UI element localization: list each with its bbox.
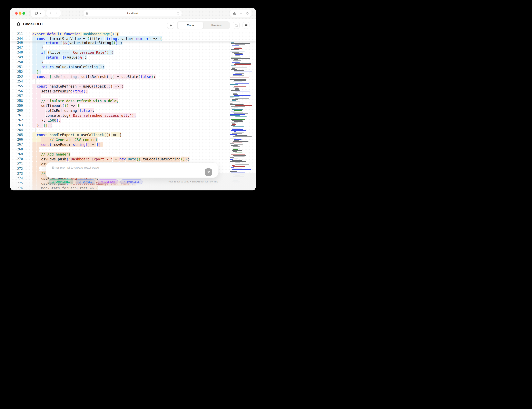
forward-button[interactable] (55, 12, 58, 15)
line-number: 250 (10, 60, 23, 65)
prompt-box (46, 162, 218, 178)
prompt-input[interactable] (51, 165, 206, 175)
app-title: CodeCRDT (23, 22, 43, 26)
line-number: 270 (10, 157, 23, 162)
line-number: 265 (10, 133, 23, 138)
code-line[interactable]: 248 if (title === 'Conversion Rate') { (10, 50, 256, 55)
code-line[interactable]: 253 const [isRefreshing, setIsRefreshing… (10, 74, 256, 79)
line-number: 248 (10, 50, 23, 55)
line-number: 271 (10, 162, 23, 167)
code-line[interactable]: 250 } (10, 60, 256, 65)
code-line[interactable]: 265 const handleExport = useCallback(() … (10, 133, 256, 138)
line-number: 211 (10, 32, 23, 37)
reload-icon[interactable] (177, 12, 179, 15)
menu-button[interactable] (243, 22, 250, 29)
desktop: localhost (0, 0, 266, 204)
minimize-window-button[interactable] (19, 12, 21, 15)
view-switcher: Code Preview (177, 21, 230, 29)
sidebar-toggle-button[interactable] (31, 10, 45, 17)
prompt-hint: Press Enter to send • Shift+Enter for ne… (167, 180, 218, 183)
line-number: 247 (10, 45, 23, 50)
code-line[interactable]: 211export default function DashboardPage… (10, 32, 256, 37)
nav-buttons (46, 10, 61, 17)
browser-actions (230, 10, 252, 17)
tab-preview[interactable]: Preview (204, 22, 229, 29)
line-number: 269 (10, 152, 23, 157)
users-icon (101, 180, 103, 183)
code-line[interactable]: 254 (10, 79, 256, 84)
share-icon[interactable] (233, 12, 236, 15)
shield-check-icon (79, 180, 81, 183)
code-line[interactable]: 255 const handleRefresh = useCallback(()… (10, 84, 256, 89)
code-line[interactable]: 264 (10, 128, 256, 133)
code-line[interactable]: 267 const csvRows: string[] = []; (10, 142, 256, 147)
new-tab-icon[interactable] (239, 12, 243, 15)
app-brand: CodeCRDT (16, 22, 43, 26)
sync-refresh-button[interactable] (233, 22, 240, 29)
sticky-context-lines: 211export default function DashboardPage… (10, 32, 256, 41)
line-number: 244 (10, 37, 23, 41)
code-line[interactable]: 262 }, 1500); (10, 118, 256, 123)
address-bar[interactable]: localhost (84, 10, 182, 17)
status-badge-1-client: 1 CLIENT (98, 179, 118, 184)
line-number: 253 (10, 74, 23, 79)
line-number: 260 (10, 108, 23, 113)
code-line[interactable]: 268 (10, 147, 256, 152)
app-header: CodeCRDT Code Preview (10, 19, 256, 32)
send-button[interactable] (205, 168, 212, 176)
new-file-button[interactable] (167, 22, 174, 29)
code-line[interactable]: 258 // Simulate data refresh with a dela… (10, 99, 256, 103)
code-line[interactable]: 256 setIsRefreshing(true); (10, 89, 256, 94)
code-line[interactable]: 251 return value.toLocaleString(); (10, 65, 256, 70)
line-number: 263 (10, 123, 23, 128)
line-number: 262 (10, 118, 23, 123)
back-button[interactable] (49, 12, 52, 15)
line-number: 249 (10, 55, 23, 60)
status-badges: CONNECTEDSYNCED1 CLIENTPARALLEL (49, 179, 142, 184)
code-line[interactable]: 257 (10, 94, 256, 99)
line-number: 256 (10, 89, 23, 94)
code-line[interactable]: 270 csvRows.push('Dashboard Export - ' +… (10, 157, 256, 162)
line-number: 259 (10, 103, 23, 108)
code-line[interactable]: 247 } (10, 45, 256, 50)
code-line[interactable]: 261 console.log('Data refreshed successf… (10, 113, 256, 118)
line-number: 272 (10, 167, 23, 171)
reader-icon[interactable] (86, 12, 89, 15)
code-line[interactable]: 260 setIsRefreshing(false); (10, 108, 256, 113)
code-line[interactable]: 259 setTimeout(() => { (10, 103, 256, 108)
line-number: 257 (10, 94, 23, 99)
layers-icon (16, 22, 21, 26)
url-text: localhost (89, 12, 177, 15)
code-line[interactable]: 252 }; (10, 70, 256, 74)
tab-overview-icon[interactable] (246, 12, 249, 15)
code-line[interactable]: 266 // Generate CSV content (10, 137, 256, 142)
status-badge-label: PARALLEL (127, 181, 140, 183)
line-number: 268 (10, 147, 23, 152)
code-line[interactable]: 263 }, []); (10, 123, 256, 128)
split-arrows-icon (123, 180, 126, 183)
code-line[interactable]: 244 const formatStatValue = (title: stri… (10, 37, 256, 41)
line-number: 255 (10, 84, 23, 89)
code-line[interactable]: 249 return `${value}%`; (10, 55, 256, 60)
browser-toolbar: localhost (10, 8, 256, 19)
line-number: 251 (10, 65, 23, 70)
zoom-window-button[interactable] (22, 12, 25, 15)
status-badge-connected: CONNECTED (49, 179, 73, 184)
line-number: 252 (10, 70, 23, 74)
status-badge-label: 1 CLIENT (104, 181, 115, 183)
line-number: 267 (10, 142, 23, 147)
chevron-down-icon (39, 12, 41, 15)
line-number: 264 (10, 128, 23, 133)
sidebar-icon (34, 11, 38, 15)
line-number: 254 (10, 79, 23, 84)
line-number: 261 (10, 113, 23, 118)
check-circle-icon (52, 180, 54, 183)
status-badge-label: SYNCED (83, 181, 92, 183)
status-badge-parallel: PARALLEL (121, 179, 142, 184)
tab-code[interactable]: Code (177, 22, 204, 29)
code-line[interactable]: 269 // Add headers (10, 152, 256, 157)
send-icon (207, 171, 210, 174)
status-badge-synced: SYNCED (76, 179, 95, 184)
line-number: 266 (10, 137, 23, 142)
close-window-button[interactable] (15, 12, 18, 15)
